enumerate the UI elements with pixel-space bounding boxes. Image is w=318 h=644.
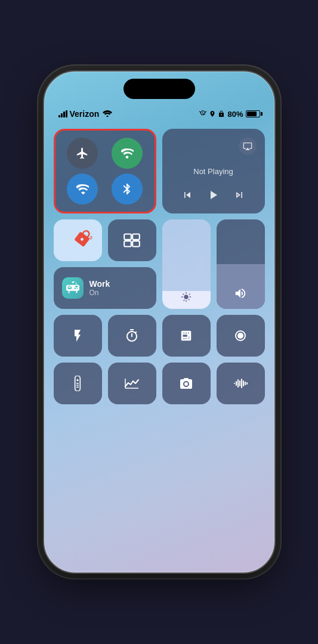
- svg-rect-4: [124, 241, 131, 246]
- stocks-button[interactable]: [108, 363, 156, 404]
- cc-grid: Not Playing: [54, 129, 265, 404]
- status-icons: [199, 110, 225, 118]
- signal-bar-2: [61, 113, 63, 117]
- flashlight-icon: [70, 329, 85, 343]
- camera-icon: [179, 377, 193, 390]
- timer-icon: [125, 329, 139, 343]
- svg-point-7: [237, 333, 243, 339]
- now-playing-block: Not Playing: [162, 129, 265, 213]
- status-left: Verizon: [58, 109, 113, 119]
- screen-lock-icon: [79, 228, 101, 250]
- signal-bar-4: [66, 110, 67, 117]
- work-focus-subtitle: On: [89, 289, 110, 297]
- voice-memos-icon: [233, 377, 248, 390]
- work-focus-title: Work: [89, 279, 110, 289]
- remote-button[interactable]: [54, 363, 102, 404]
- work-focus-icon: [62, 277, 84, 299]
- work-focus-text: Work On: [89, 279, 110, 297]
- carrier-label: Verizon: [70, 109, 100, 119]
- signal-bar-1: [58, 115, 60, 117]
- status-right: 80%: [199, 110, 260, 119]
- phone-frame: Verizon: [43, 70, 276, 574]
- media-controls: [171, 188, 257, 205]
- svg-rect-10: [76, 383, 79, 384]
- svg-rect-2: [124, 234, 131, 240]
- svg-rect-12: [76, 386, 79, 388]
- brightness-slider[interactable]: [162, 219, 211, 309]
- bluetooth-button[interactable]: [112, 174, 143, 205]
- svg-point-15: [184, 382, 188, 386]
- hotspot-button[interactable]: [112, 138, 143, 169]
- airplay-button[interactable]: [239, 137, 257, 155]
- screen-mirror-button[interactable]: [108, 219, 156, 261]
- rewind-button[interactable]: [181, 189, 193, 204]
- volume-slider[interactable]: [217, 219, 265, 309]
- svg-point-1: [126, 156, 129, 159]
- screen-lock-button[interactable]: [54, 219, 102, 261]
- svg-rect-11: [76, 385, 79, 386]
- battery-icon: [246, 110, 260, 117]
- location-icon: [209, 110, 216, 118]
- lock-status-icon: [218, 110, 225, 118]
- wifi-status-icon: [103, 109, 112, 119]
- wifi-button[interactable]: [67, 174, 98, 205]
- connectivity-block: [54, 129, 156, 213]
- calculator-icon: [180, 329, 193, 342]
- signal-bar-3: [63, 112, 65, 117]
- work-focus-block[interactable]: Work On: [54, 267, 156, 309]
- now-playing-header: [171, 137, 257, 155]
- volume-icon: [234, 287, 247, 303]
- dynamic-island: [124, 79, 195, 99]
- screen-mirror-icon: [124, 233, 140, 247]
- timer-button[interactable]: [108, 315, 156, 357]
- battery-fill: [247, 112, 257, 116]
- now-playing-status: Not Playing: [171, 155, 257, 188]
- control-center: Not Playing: [54, 129, 265, 561]
- remote-icon: [72, 376, 83, 391]
- svg-rect-3: [132, 234, 140, 240]
- voice-memos-button[interactable]: [217, 363, 265, 404]
- calculator-button[interactable]: [162, 315, 211, 357]
- status-bar: Verizon: [44, 105, 274, 123]
- camera-button[interactable]: [162, 363, 211, 404]
- svg-point-9: [76, 379, 78, 381]
- brightness-icon: [181, 292, 192, 304]
- alarm-icon: [199, 110, 207, 118]
- battery-percent: 80%: [227, 110, 243, 119]
- battery-indicator: [246, 110, 260, 117]
- screen-record-button[interactable]: [217, 315, 265, 357]
- stocks-icon: [125, 377, 139, 390]
- screen-record-icon: [233, 329, 248, 343]
- play-button[interactable]: [206, 188, 220, 205]
- signal-bars: [58, 110, 67, 117]
- svg-point-0: [107, 116, 109, 117]
- airplane-mode-button[interactable]: [67, 138, 98, 169]
- svg-rect-5: [132, 241, 140, 246]
- flashlight-button[interactable]: [54, 315, 102, 357]
- fast-forward-button[interactable]: [233, 189, 245, 204]
